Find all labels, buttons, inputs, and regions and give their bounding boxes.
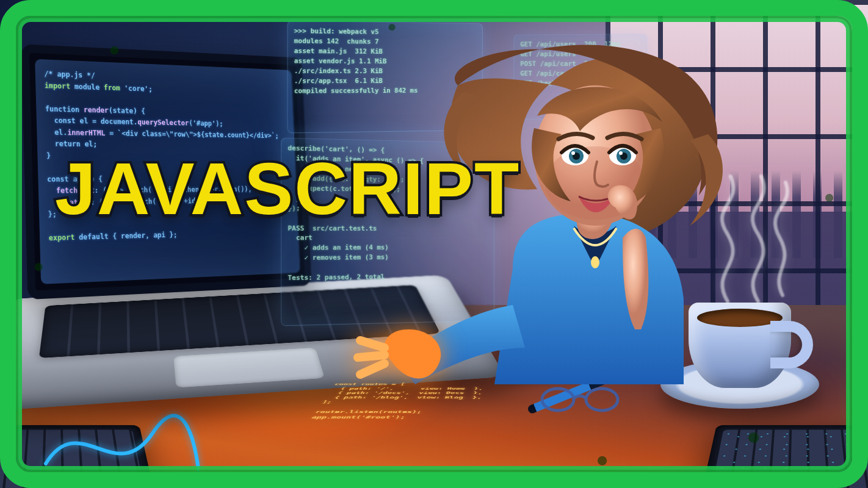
- svg-point-2: [591, 256, 599, 268]
- svg-point-11: [571, 151, 575, 155]
- svg-point-12: [619, 151, 623, 155]
- keyboard-right: [701, 425, 868, 488]
- title-text: JAVASCRIPT: [55, 146, 520, 231]
